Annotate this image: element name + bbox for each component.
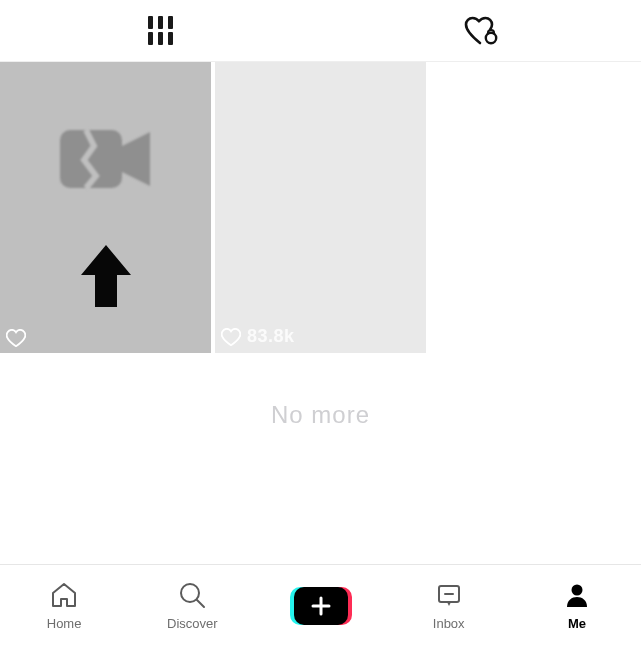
nav-label: Home [47, 616, 82, 631]
tile-likes: 83.8k [221, 326, 295, 347]
plus-icon [294, 587, 348, 625]
video-tile[interactable] [0, 62, 211, 353]
nav-label: Me [568, 616, 586, 631]
nav-inbox[interactable]: Inbox [385, 581, 513, 631]
video-tile[interactable]: 83.8k [215, 62, 426, 353]
tile-likes [6, 329, 32, 347]
inbox-icon [434, 581, 464, 612]
nav-label: Discover [167, 616, 218, 631]
heart-icon [6, 329, 26, 347]
home-icon [49, 581, 79, 612]
no-more-text: No more [0, 353, 641, 489]
grid-icon [148, 16, 173, 45]
create-button-glow [294, 587, 348, 625]
nav-label: Inbox [433, 616, 465, 631]
top-tab-bar [0, 0, 641, 62]
search-icon [177, 581, 207, 612]
tab-liked[interactable] [321, 0, 642, 61]
bottom-nav: Home Discover Inb [0, 564, 641, 646]
nav-create[interactable] [256, 587, 384, 625]
nav-me[interactable]: Me [513, 581, 641, 631]
heart-icon [221, 328, 241, 346]
nav-home[interactable]: Home [0, 581, 128, 631]
tab-grid[interactable] [0, 0, 321, 61]
nav-discover[interactable]: Discover [128, 581, 256, 631]
broken-video-icon [56, 122, 156, 200]
person-icon [562, 581, 592, 612]
video-grid: 83.8k [0, 62, 641, 353]
heart-lock-icon [464, 16, 498, 46]
svg-marker-2 [81, 245, 131, 307]
tile-likes-count: 83.8k [247, 326, 295, 347]
upload-arrow-icon [79, 241, 133, 315]
svg-marker-8 [447, 602, 451, 606]
svg-line-4 [197, 600, 204, 607]
svg-point-10 [571, 584, 582, 595]
